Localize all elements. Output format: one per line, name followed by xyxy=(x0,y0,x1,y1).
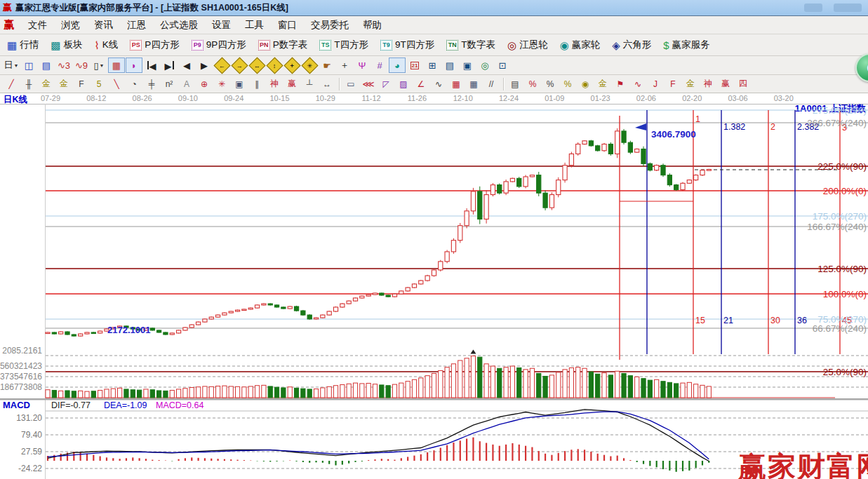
feature-p-number[interactable]: PNP数字表 xyxy=(255,37,311,53)
menu-item-1[interactable]: 浏览 xyxy=(54,17,87,34)
period-day-icon[interactable]: 日▼ xyxy=(3,58,20,73)
pattern-grid-icon[interactable]: ▦ xyxy=(108,58,125,73)
expand-v-icon[interactable]: ↕ xyxy=(266,58,283,73)
hand-tool-icon[interactable]: ☛ xyxy=(319,58,335,73)
box-grid-icon[interactable]: ▣ xyxy=(231,76,248,92)
pct-gold-icon[interactable]: % xyxy=(559,76,576,92)
hatch-tool-icon[interactable]: // xyxy=(483,76,500,92)
menu-item-0[interactable]: 文件 xyxy=(21,17,54,34)
clock-circle-icon[interactable]: ◔ xyxy=(126,76,142,92)
window-button[interactable] xyxy=(804,4,822,12)
ying-angle-icon[interactable]: 赢 xyxy=(717,76,734,92)
dense-grid-1-icon[interactable]: ▦ xyxy=(448,76,465,92)
expand-h-icon[interactable]: ↔ xyxy=(248,58,265,73)
window-button-2[interactable] xyxy=(834,4,862,12)
feature-9t-square[interactable]: T99T四方形 xyxy=(378,37,437,53)
n-square-icon[interactable]: n² xyxy=(161,76,178,92)
box-rays-icon[interactable]: ◸ xyxy=(378,76,394,92)
gold-grid-1-icon[interactable]: 金 xyxy=(38,76,55,92)
feature-hexagon[interactable]: ◈六角形 xyxy=(609,37,654,53)
feature-gann-wheel[interactable]: ◎江恩轮 xyxy=(505,37,551,53)
calculator-icon[interactable]: ⊞ xyxy=(424,58,441,73)
wave-tool-icon[interactable]: ∿ xyxy=(629,76,646,92)
pct-list-icon[interactable]: ▤ xyxy=(507,76,523,92)
small-grid-icon[interactable]: ╪ xyxy=(143,76,160,92)
a-shape-icon[interactable]: A xyxy=(178,76,195,92)
candle-style-icon[interactable]: ▯▼ xyxy=(91,58,107,73)
gann-cycle-label: 30 xyxy=(770,316,780,325)
feature-p-square[interactable]: PSP四方形 xyxy=(127,37,182,53)
ma9-icon[interactable]: ∿9 xyxy=(73,58,90,73)
star-grid-icon[interactable]: ✳ xyxy=(213,76,230,92)
gold-level-icon[interactable]: 金 xyxy=(594,76,611,92)
fan-rays-icon[interactable]: ⋘ xyxy=(360,76,377,92)
feature-winner-service[interactable]: $赢家服务 xyxy=(660,37,712,53)
bars-tool-icon[interactable]: ∥ xyxy=(248,76,265,92)
crosshair-icon[interactable]: ＋ xyxy=(336,58,353,73)
grid-tool-icon[interactable]: ╫ xyxy=(20,76,37,92)
feature-quotes[interactable]: ▦行情 xyxy=(4,37,41,53)
chart-area[interactable]: 日K线07-2908-1208-2609-1009-2410-1510-2911… xyxy=(0,93,868,479)
menu-item-4[interactable]: 公式选股 xyxy=(153,17,205,34)
ruler-tool-icon[interactable]: ┴ xyxy=(301,76,318,92)
menu-item-5[interactable]: 设置 xyxy=(205,17,238,34)
f-angle-icon[interactable]: F xyxy=(665,76,681,92)
menu-item-2[interactable]: 资讯 xyxy=(87,17,120,34)
feature-winner-wheel[interactable]: ◉赢家轮 xyxy=(557,37,603,53)
overlay-chart-icon[interactable]: ◫ xyxy=(20,58,37,73)
ma3-icon[interactable]: ∿3 xyxy=(55,58,72,73)
feature-t-number[interactable]: TNT数字表 xyxy=(443,37,498,53)
gold-grid-2-icon[interactable]: 金 xyxy=(55,76,72,92)
feature-9p-square[interactable]: P99P四方形 xyxy=(189,37,249,53)
feature-kline[interactable]: ⌇K线 xyxy=(91,37,121,53)
gold-angle-icon[interactable]: 金 xyxy=(682,76,699,92)
brush-tool-icon[interactable]: ╲ xyxy=(108,76,125,92)
shift-left-icon[interactable]: ← xyxy=(213,58,230,73)
pct-plain-icon[interactable]: % xyxy=(542,76,559,92)
dense-grid-2-icon[interactable]: ▦ xyxy=(465,76,482,92)
knife-tool-icon[interactable]: ╱ xyxy=(3,76,20,92)
menu-item-3[interactable]: 江恩 xyxy=(120,17,153,34)
five-grid-icon[interactable]: 5 xyxy=(91,76,107,92)
color-kline-icon[interactable]: ◗ xyxy=(126,58,142,73)
prev-bar-icon[interactable]: ◀ xyxy=(178,58,195,73)
notes-icon[interactable]: ▤ xyxy=(441,58,458,73)
zoom-in-icon[interactable]: + xyxy=(283,58,300,73)
last-bar-icon[interactable]: ▶ xyxy=(161,58,178,73)
j-angle-icon[interactable]: J xyxy=(647,76,664,92)
save-web-icon[interactable]: ◎ xyxy=(476,58,493,73)
calendar-icon[interactable]: 21 xyxy=(406,58,423,73)
gold-circle-icon[interactable]: ◉ xyxy=(577,76,594,92)
span-arrow-icon[interactable]: ↔ xyxy=(319,76,335,92)
send-pc-icon[interactable]: ⊡ xyxy=(494,58,511,73)
info-panel-icon[interactable]: ▤ xyxy=(38,58,55,73)
f-grid-icon[interactable]: F xyxy=(73,76,90,92)
ying-grid-icon[interactable]: 赢 xyxy=(283,76,300,92)
shen-grid-icon[interactable]: 神 xyxy=(266,76,283,92)
window-tool-icon[interactable]: ▭ xyxy=(342,76,359,92)
net-tool-icon[interactable]: # xyxy=(371,58,388,73)
menu-item-7[interactable]: 窗口 xyxy=(271,17,304,34)
pin-tool-icon[interactable]: Ψ xyxy=(354,58,370,73)
kline-chart-svg[interactable]: 日K线07-2908-1208-2609-1009-2410-1510-2911… xyxy=(0,93,868,479)
first-bar-icon[interactable]: ◀ xyxy=(143,58,160,73)
menu-item-9[interactable]: 帮助 xyxy=(356,17,389,34)
feature-sectors[interactable]: ▩板块 xyxy=(48,37,85,53)
angle-rays-icon[interactable]: ∠ xyxy=(413,76,429,92)
sphere-tool-icon[interactable]: ◕ xyxy=(389,58,406,73)
next-bar-icon[interactable]: ▶ xyxy=(196,58,213,73)
shift-right-icon[interactable]: → xyxy=(231,58,248,73)
menu-item-6[interactable]: 工具 xyxy=(238,17,271,34)
pct-red-icon[interactable]: % xyxy=(524,76,541,92)
box-net-icon[interactable]: ▨ xyxy=(395,76,412,92)
feature-t-square[interactable]: TST四方形 xyxy=(316,37,371,53)
zigzag-tool-icon[interactable]: ∿ xyxy=(430,76,447,92)
four-angle-icon[interactable]: 四 xyxy=(735,76,752,92)
shen-angle-icon[interactable]: 神 xyxy=(700,76,716,92)
menu-item-8[interactable]: 交易委托 xyxy=(304,17,356,34)
circle-cross-icon[interactable]: ⊕ xyxy=(196,76,213,92)
save-icon[interactable]: ▣ xyxy=(459,58,476,73)
zoom-all-icon[interactable]: ✳ xyxy=(301,58,318,73)
title-bar: 赢 赢家江恩专业版[赢家内部服务平台] - [上证指数 SH1A0001-165… xyxy=(0,0,868,16)
candle-flag-icon[interactable]: ⚑ xyxy=(612,76,629,92)
